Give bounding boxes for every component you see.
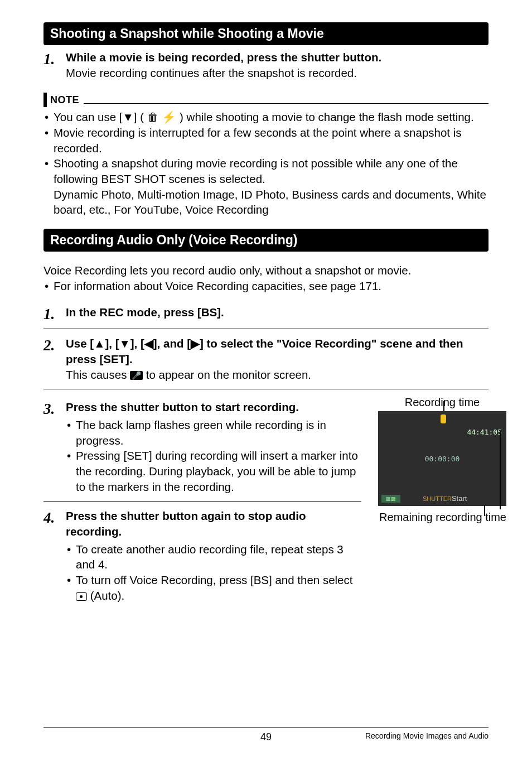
list-item: To create another audio recording file, … [66, 542, 361, 572]
step-title: Press the shutter button to start record… [66, 401, 299, 413]
pointer-line [500, 431, 501, 509]
step-title: Press the shutter button again to stop a… [66, 509, 306, 538]
footer-section-label: Recording Movie Images and Audio [365, 731, 489, 740]
note-label: NOTE [50, 94, 79, 106]
note-item: You can use [▼] ( 🗑 ⚡ ) while shooting a… [43, 109, 489, 125]
note-bar-icon [43, 93, 47, 107]
step-1: 1. While a movie is being recorded, pres… [43, 50, 489, 80]
step-number: 4. [43, 508, 62, 525]
step-1: 1. In the REC mode, press [BS]. [43, 305, 489, 322]
list-item: For information about Voice Recording ca… [43, 278, 489, 294]
step-number: 3. [43, 399, 62, 417]
note-item: Shooting a snapshot during movie recordi… [43, 156, 489, 218]
section-heading: Recording Audio Only (Voice Recording) [43, 229, 489, 252]
text: This causes [66, 368, 130, 381]
figure-caption-top: Recording time [378, 396, 506, 409]
step-2: 2. Use [▲], [▼], [◀], and [▶] to select … [43, 336, 489, 382]
step-number: 1. [43, 305, 62, 322]
mic-indicator-icon [441, 414, 446, 423]
list-item: The back lamp flashes green while record… [66, 417, 361, 448]
elapsed-time-readout: 00:00:00 [378, 455, 506, 463]
divider [43, 389, 489, 389]
note-item: Movie recording is interrupted for a few… [43, 125, 489, 156]
page-number: 49 [260, 731, 272, 743]
intro-list: For information about Voice Recording ca… [43, 278, 489, 294]
step-title: In the REC mode, press [BS]. [66, 306, 224, 319]
battery-icon: ▨▨ [381, 495, 400, 503]
remaining-time-readout: 44:41:05 [467, 428, 502, 436]
screenshot: 44:41:05 00:00:00 ▨▨ SHUTTERStart [378, 411, 506, 506]
note-header: NOTE [43, 93, 489, 107]
divider [43, 501, 361, 502]
text: To turn off Voice Recording, press [BS] … [76, 573, 352, 586]
auto-mode-icon [76, 592, 87, 601]
page-footer: 49 Recording Movie Images and Audio [43, 727, 489, 740]
divider [43, 329, 489, 329]
step-desc: This causes 🎤 to appear on the monitor s… [66, 368, 311, 381]
step-number: 1. [43, 50, 62, 67]
text: (Auto). [87, 589, 124, 602]
start-label: Start [452, 494, 467, 503]
step-4: 4. Press the shutter button again to sto… [43, 508, 361, 603]
pointer-line [484, 505, 485, 516]
step-title: Use [▲], [▼], [◀], and [▶] to select the… [66, 337, 463, 365]
shutter-label: SHUTTER [423, 495, 452, 502]
pointer-line [443, 401, 444, 412]
step-title: While a movie is being recorded, press t… [66, 51, 381, 64]
mic-icon: 🎤 [130, 371, 143, 380]
shutter-start-label: SHUTTERStart [423, 494, 467, 503]
figure-caption-bottom: Remaining recording time [378, 511, 506, 524]
list-item: To turn off Voice Recording, press [BS] … [66, 572, 361, 603]
note-rule [84, 103, 489, 104]
step-number: 2. [43, 336, 62, 353]
text: to appear on the monitor screen. [143, 368, 311, 381]
camera-screen: 44:41:05 00:00:00 ▨▨ SHUTTERStart [378, 411, 506, 506]
step-3: 3. Press the shutter button to start rec… [43, 399, 361, 494]
note-list: You can use [▼] ( 🗑 ⚡ ) while shooting a… [43, 109, 489, 218]
section-heading: Shooting a Snapshot while Shooting a Mov… [43, 22, 489, 45]
list-item: Pressing [SET] during recording will ins… [66, 448, 361, 494]
paragraph: Voice Recording lets you record audio on… [43, 263, 489, 278]
step-desc: Movie recording continues after the snap… [66, 66, 357, 79]
